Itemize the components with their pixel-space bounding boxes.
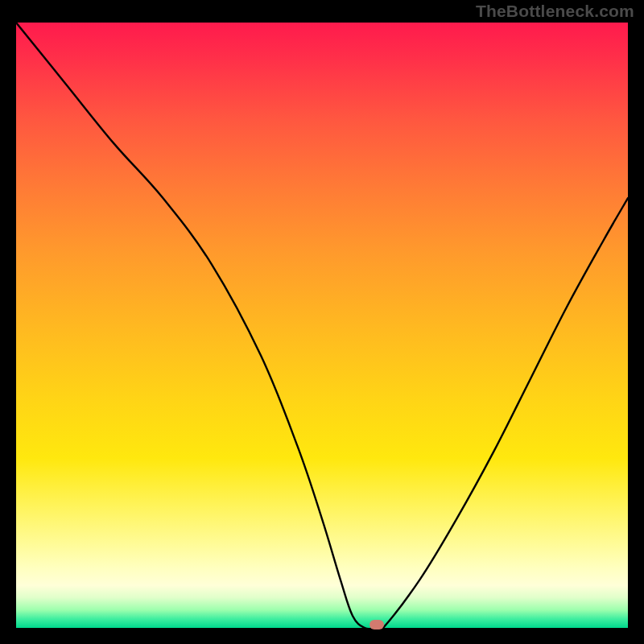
plot-area	[16, 23, 628, 628]
chart-container: TheBottleneck.com	[0, 0, 644, 644]
curve-svg	[16, 23, 628, 628]
bottleneck-curve	[16, 23, 628, 628]
optimal-point-marker	[369, 620, 384, 630]
watermark-text: TheBottleneck.com	[476, 2, 634, 21]
